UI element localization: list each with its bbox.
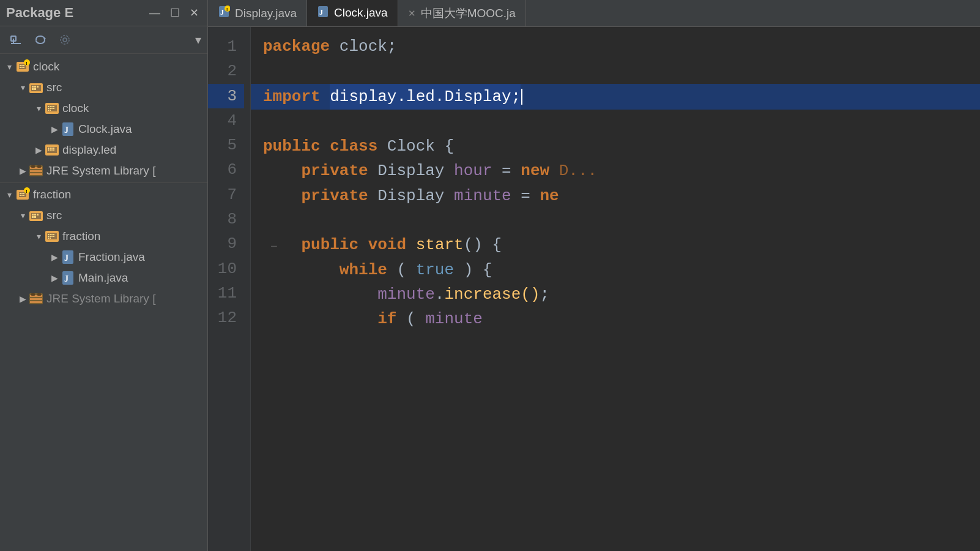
code-line-9: public void start() { − xyxy=(263,233,980,257)
tree-divider xyxy=(0,182,207,183)
tab-label-clock-java: Clock.java xyxy=(334,6,388,20)
tree-item-clock-project[interactable]: ▾ ! clock xyxy=(0,56,207,77)
tree-label-fraction-pkg: fraction xyxy=(62,230,100,243)
sidebar-panel: Package E — ☐ ✕ ▾ xyxy=(0,0,208,551)
settings-button[interactable] xyxy=(55,30,75,50)
tree-item-jre-fraction[interactable]: ▶ JRE System Library [ xyxy=(0,288,207,309)
keyword-new-1: new xyxy=(521,159,549,183)
svg-text:!: ! xyxy=(26,61,28,66)
tree-label-displayled-pkg: display.led xyxy=(62,143,116,157)
tab-clock-java[interactable]: J Clock.java xyxy=(307,0,398,27)
svg-rect-8 xyxy=(20,65,21,66)
svg-rect-60 xyxy=(23,195,24,196)
svg-rect-88 xyxy=(30,298,42,300)
minimize-icon[interactable]: — xyxy=(147,6,163,21)
tree-item-displayled-pkg[interactable]: ▶ display.led xyxy=(0,140,207,160)
close-icon[interactable]: ✕ xyxy=(187,5,201,21)
line-num-2: 2 xyxy=(208,59,244,83)
import-path: display.led.Display; xyxy=(330,84,521,110)
svg-point-5 xyxy=(61,36,69,44)
tree-icon-displayled-pkg xyxy=(44,142,60,158)
svg-rect-68 xyxy=(32,216,34,218)
svg-rect-57 xyxy=(23,193,24,194)
code-content[interactable]: package clock; import display.led.Displa… xyxy=(251,27,980,551)
maximize-icon[interactable]: ☐ xyxy=(168,5,182,21)
sidebar-header: Package E — ☐ ✕ xyxy=(0,0,207,26)
tree-item-fraction-project[interactable]: ▾ ! fraction xyxy=(0,184,207,205)
collapse-all-button[interactable] xyxy=(6,30,26,50)
svg-rect-10 xyxy=(23,65,24,66)
tree-item-fraction-src[interactable]: ▾ src xyxy=(0,205,207,226)
code-editor[interactable]: 1 2 3 4 5 6 7 8 9 10 11 12 package clock… xyxy=(208,27,980,551)
tree-icon-jre-fraction xyxy=(28,291,44,307)
svg-rect-51 xyxy=(31,165,35,168)
keyword-true: true xyxy=(416,258,454,282)
svg-rect-69 xyxy=(34,216,36,218)
tab-display-java[interactable]: J ! Display.java xyxy=(208,0,307,26)
tree-item-clock-java[interactable]: ▶ J Clock.java xyxy=(0,119,207,140)
line-num-10: 10 xyxy=(208,257,244,281)
sidebar-toolbar: ▾ xyxy=(0,26,207,54)
svg-rect-56 xyxy=(21,193,23,194)
method-increase: increase() xyxy=(444,282,540,307)
svg-rect-46 xyxy=(53,149,54,151)
paren-1: () { xyxy=(464,233,502,257)
keyword-package: package xyxy=(263,34,330,59)
code-line-6: private Display hour = new D... xyxy=(263,159,980,183)
svg-rect-76 xyxy=(48,236,49,237)
tree-label-fraction-src: src xyxy=(46,209,62,222)
tree-item-clock-src[interactable]: ▾ src xyxy=(0,77,207,98)
type-display-2: Display xyxy=(377,184,444,208)
code-line-4 xyxy=(263,110,980,134)
tree-item-clock-pkg[interactable]: ▾ clock xyxy=(0,98,207,119)
tree-icon-clock-java: J xyxy=(60,121,76,137)
svg-rect-19 xyxy=(34,86,36,88)
svg-rect-33 xyxy=(48,110,49,111)
svg-rect-72 xyxy=(48,234,49,235)
tree-arrow-clock-java: ▶ xyxy=(49,124,60,134)
tree-item-jre-clock[interactable]: ▶ JRE System Library [ xyxy=(0,160,207,181)
line-num-8: 8 xyxy=(208,207,244,231)
svg-rect-52 xyxy=(37,165,41,168)
line-num-6: 6 xyxy=(208,157,244,182)
svg-rect-21 xyxy=(32,88,34,90)
line-num-4: 4 xyxy=(208,108,244,133)
tree-label-clock-project: clock xyxy=(33,60,59,73)
tree-icon-fraction-project: ! xyxy=(15,187,31,203)
tree-item-fraction-pkg[interactable]: ▾ fraction xyxy=(0,226,207,247)
tab-overflow[interactable]: ✕ 中国大学MOOC.ja xyxy=(398,0,526,26)
svg-rect-41 xyxy=(51,148,53,149)
tree-arrow-fraction-java: ▶ xyxy=(49,252,60,262)
tree-item-fraction-java[interactable]: ▶ J Fraction.java xyxy=(0,247,207,268)
code-line-12: if ( minute xyxy=(263,307,980,331)
tree-icon-fraction-src xyxy=(28,208,44,223)
dropdown-icon[interactable]: ▾ xyxy=(195,32,201,47)
tree-item-main-java[interactable]: ▶ J Main.java xyxy=(0,268,207,288)
svg-rect-18 xyxy=(32,86,34,88)
svg-rect-26 xyxy=(50,106,51,107)
tab-close-overflow[interactable]: ✕ xyxy=(408,8,416,19)
refresh-button[interactable] xyxy=(31,30,50,50)
tab-bar: J ! Display.java J Clock.java ✕ 中国大学MOOC… xyxy=(208,0,980,27)
editor-area: J ! Display.java J Clock.java ✕ 中国大学MOOC… xyxy=(208,0,980,551)
svg-rect-43 xyxy=(48,149,49,151)
fold-minus-icon[interactable]: − xyxy=(270,238,278,257)
line-num-1: 1 xyxy=(208,34,244,59)
svg-rect-75 xyxy=(53,234,54,235)
svg-rect-29 xyxy=(48,108,49,109)
svg-rect-45 xyxy=(51,149,53,151)
svg-rect-44 xyxy=(50,149,51,151)
tree-arrow-fraction-src: ▾ xyxy=(17,211,28,220)
svg-rect-78 xyxy=(51,236,53,237)
svg-rect-28 xyxy=(53,106,54,107)
keyword-private-1: private xyxy=(301,159,368,183)
var-minute-call: minute xyxy=(377,282,435,307)
svg-rect-9 xyxy=(21,65,23,66)
keyword-while: while xyxy=(340,258,387,282)
tree-arrow-clock-project: ▾ xyxy=(4,62,15,72)
svg-rect-32 xyxy=(53,108,54,109)
var-minute: minute xyxy=(454,184,511,208)
code-line-7: private Display minute = ne xyxy=(263,184,980,208)
svg-text:J: J xyxy=(64,274,69,283)
svg-rect-66 xyxy=(34,214,36,216)
